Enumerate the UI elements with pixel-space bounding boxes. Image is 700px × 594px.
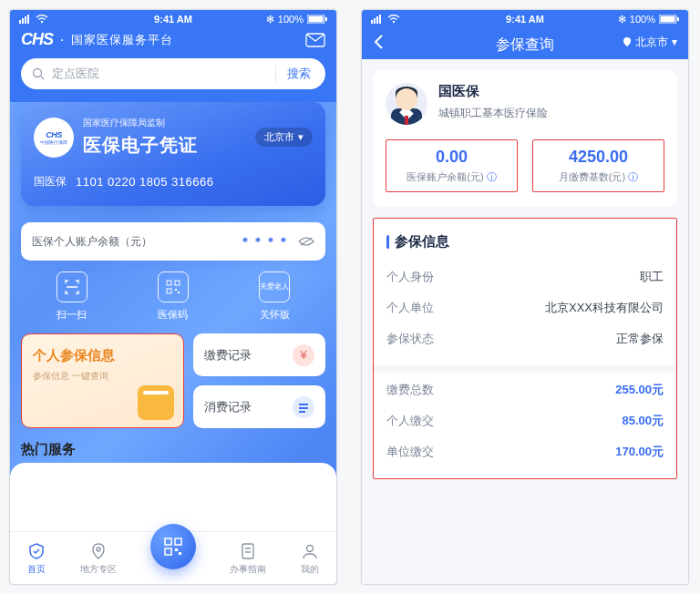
personal-insurance-subtitle: 参保信息 一键查询	[33, 370, 172, 383]
signal-icon	[19, 15, 32, 24]
balance-bar[interactable]: 医保个人账户余额（元） ＊＊＊＊	[21, 222, 325, 261]
tab-mine[interactable]: 我的	[300, 541, 320, 576]
svg-rect-32	[374, 18, 376, 24]
balance-hidden: ＊＊＊＊	[240, 234, 291, 250]
tab-home[interactable]: 首页	[26, 541, 46, 576]
svg-rect-2	[25, 16, 26, 24]
svg-point-4	[41, 21, 43, 23]
svg-point-21	[97, 548, 100, 551]
search-placeholder: 定点医院	[52, 66, 275, 82]
phone-home: 9:41 AM ✻ 100% CHS · 国家医保服务平台 定点医院 搜索	[9, 9, 337, 585]
svg-rect-1	[22, 18, 24, 24]
main-panel: CHS中国医疗保障 国家医疗保障局监制 医保电子凭证 北京市 ▾ 国医保 110…	[10, 102, 336, 584]
row-total: 缴费总数255.00元	[386, 374, 664, 405]
hot-services-title: 热门服务	[21, 441, 76, 458]
eye-icon[interactable]	[298, 236, 314, 247]
search-bar[interactable]: 定点医院 搜索	[21, 58, 325, 89]
svg-rect-31	[371, 20, 373, 24]
svg-rect-13	[167, 281, 171, 285]
tab-local[interactable]: 地方专区	[80, 541, 117, 576]
city-selector[interactable]: 北京市 ▾	[255, 128, 313, 147]
center-qr-button[interactable]	[150, 524, 196, 569]
header: 9:41 AM ✻ 100% 参保查询 北京市 ▾	[362, 10, 688, 59]
svg-rect-3	[27, 15, 29, 24]
city-label: 北京市	[264, 130, 294, 144]
svg-rect-14	[175, 281, 180, 285]
row-personal: 个人缴交85.00元	[386, 405, 664, 436]
tab-bar: 首页 地方专区 办事指南 我的	[10, 531, 336, 584]
location-selector[interactable]: 北京市 ▾	[623, 35, 677, 50]
expense-record-label: 消费记录	[204, 399, 252, 415]
row-status: 参保状态正常参保	[386, 323, 664, 354]
status-bar: 9:41 AM ✻ 100%	[362, 10, 688, 28]
care-icon: 关爱老人	[259, 271, 290, 302]
battery-icon	[307, 15, 327, 24]
shield-icon	[26, 541, 46, 561]
svg-rect-33	[376, 16, 378, 24]
svg-rect-24	[165, 548, 171, 555]
base-label: 月缴费基数(元)	[559, 170, 625, 184]
yen-icon: ¥	[293, 344, 314, 366]
insurance-type: 城镇职工基本医疗保险	[438, 106, 548, 121]
list-icon	[293, 396, 314, 418]
svg-point-30	[306, 545, 313, 551]
mail-icon[interactable]	[305, 33, 325, 47]
balance-stat[interactable]: 0.00 医保账户余额(元)ⓘ	[386, 139, 518, 192]
svg-rect-20	[299, 411, 305, 413]
qrcode-label: 医保码	[158, 308, 188, 322]
search-icon	[32, 67, 45, 80]
qrcode-action[interactable]: 医保码	[158, 271, 189, 322]
chevron-down-icon: ▾	[672, 36, 677, 48]
card-title: 医保电子凭证	[83, 133, 198, 158]
scan-label: 扫一扫	[57, 308, 87, 322]
header: 9:41 AM ✻ 100% CHS · 国家医保服务平台 定点医院 搜索	[10, 10, 336, 102]
personal-insurance-card[interactable]: 个人参保信息 参保信息 一键查询	[21, 333, 184, 428]
svg-line-10	[41, 77, 44, 79]
doc-icon	[238, 541, 258, 561]
quick-actions: 扫一扫 医保码 关爱老人 关怀版	[21, 271, 325, 322]
insurance-card[interactable]: CHS中国医疗保障 国家医疗保障局监制 医保电子凭证 北京市 ▾ 国医保 110…	[21, 102, 325, 206]
row-identity: 个人身份职工	[386, 261, 664, 292]
base-stat[interactable]: 4250.00 月缴费基数(元)ⓘ	[532, 139, 664, 192]
card-number: 1101 0220 1805 316666	[76, 175, 213, 189]
svg-rect-16	[175, 289, 177, 291]
tab-guide[interactable]: 办事指南	[230, 541, 266, 576]
expense-record-card[interactable]: 消费记录	[193, 385, 325, 428]
svg-rect-7	[325, 17, 327, 21]
row-company: 个人单位北京XXX科技有限公司	[386, 292, 664, 323]
payment-record-card[interactable]: 缴费记录 ¥	[193, 333, 325, 376]
profile-card: 国医保 城镇职工基本医疗保险 0.00 医保账户余额(元)ⓘ 4250.00 月…	[373, 70, 677, 207]
svg-point-9	[34, 69, 42, 77]
bluetooth-icon: ✻	[618, 14, 626, 26]
svg-rect-6	[309, 16, 324, 23]
svg-rect-34	[379, 15, 381, 24]
chs-badge-icon: CHS中国医疗保障	[34, 118, 74, 158]
info-icon[interactable]: ⓘ	[628, 170, 638, 184]
svg-rect-27	[242, 544, 253, 558]
battery-text: 100%	[630, 14, 655, 25]
profile-name: 国医保	[438, 83, 548, 100]
phone-query: 9:41 AM ✻ 100% 参保查询 北京市 ▾	[361, 9, 689, 585]
base-value: 4250.00	[539, 148, 658, 167]
search-button[interactable]: 搜索	[275, 66, 322, 82]
body: 国医保 城镇职工基本医疗保险 0.00 医保账户余额(元)ⓘ 4250.00 月…	[362, 59, 688, 584]
svg-rect-17	[178, 292, 180, 293]
svg-rect-22	[165, 538, 171, 545]
app-title: 国家医保服务平台	[71, 32, 173, 48]
user-icon	[300, 541, 320, 561]
care-action[interactable]: 关爱老人 关怀版	[259, 271, 290, 322]
svg-rect-0	[19, 20, 21, 24]
svg-rect-38	[677, 17, 679, 21]
back-icon[interactable]	[373, 34, 384, 50]
scan-action[interactable]: 扫一扫	[57, 271, 88, 322]
svg-rect-25	[175, 548, 178, 551]
svg-rect-23	[175, 538, 181, 545]
row-company-pay: 单位缴交170.00元	[386, 436, 664, 467]
svg-point-35	[393, 21, 395, 23]
insurance-info-card: 参保信息 个人身份职工 个人单位北京XXX科技有限公司 参保状态正常参保 缴费总…	[373, 218, 677, 479]
location-label: 北京市	[635, 35, 668, 50]
scan-icon	[57, 271, 88, 302]
info-icon[interactable]: ⓘ	[487, 170, 497, 184]
payment-record-label: 缴费记录	[204, 347, 252, 364]
status-bar: 9:41 AM ✻ 100%	[10, 10, 336, 28]
